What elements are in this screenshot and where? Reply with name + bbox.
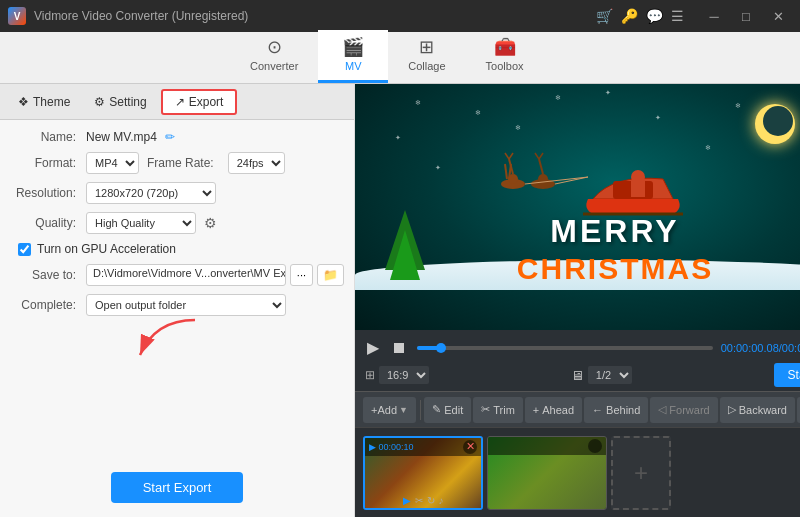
save-to-value: D:\Vidmore\Vidmore V...onverter\MV Expor… [93,267,286,279]
sleigh-svg [483,139,703,219]
ahead-button[interactable]: + Ahead [525,397,582,423]
clip-1-close[interactable]: ✕ [463,440,477,454]
menu-icon[interactable]: ☰ [671,8,684,24]
setting-button[interactable]: ⚙ Setting [84,91,156,113]
film-music-icon[interactable]: ♪ [439,495,444,506]
svg-line-9 [539,159,543,174]
ratio-select[interactable]: 16:9 4:3 1:1 [379,366,429,384]
titlebar: V Vidmore Video Converter (Unregistered)… [0,0,800,32]
forward-label: Forward [669,404,709,416]
clip-2-close[interactable] [588,439,602,453]
clip-1-time: ▶ 00:00:10 [369,442,414,452]
start-export-right-button[interactable]: Start Export [774,363,800,387]
trim-button[interactable]: ✂ Trim [473,397,523,423]
filmstrip-clip-2[interactable] [487,436,607,510]
filmstrip-clip-1[interactable]: ▶ 00:00:10 ✕ ▶ ✂ ↻ ♪ [363,436,483,510]
setting-label: Setting [109,95,146,109]
ahead-label: Ahead [542,404,574,416]
right-panel: ❄ ❄ ❄ ✦ ❄ ✦ ❄ ❄ ✦ ✦ [355,84,800,517]
minimize-button[interactable]: ─ [700,6,728,26]
cart-icon[interactable]: 🛒 [596,8,613,24]
app-title: Vidmore Video Converter (Unregistered) [34,9,596,23]
edit-button[interactable]: ✎ Edit [424,397,471,423]
snowflake: ❄ [555,94,561,102]
quality-gear-icon[interactable]: ⚙ [204,215,217,231]
snowflake: ✦ [435,164,441,172]
time-current: 00:00:00.08 [721,342,779,354]
collage-icon: ⊞ [419,36,434,58]
complete-label: Complete: [10,298,82,312]
backward-button[interactable]: ▷ Backward [720,397,795,423]
merry-text: MERRY [550,213,679,250]
save-to-row: Save to: D:\Vidmore\Vidmore V...onverter… [10,264,344,286]
film-cut-icon[interactable]: ✂ [415,495,423,506]
name-row: Name: New MV.mp4 ✏ [10,130,344,144]
quality-row: Quality: High Quality ⚙ [10,212,344,234]
stop-button[interactable]: ⏹ [389,337,409,359]
controls-row1: ▶ ⏹ 00:00:00.08/00:00:17.10 🔊 [365,336,800,359]
christmas-scene: ❄ ❄ ❄ ✦ ❄ ✦ ❄ ❄ ✦ ✦ [355,84,800,330]
header-icons: 🛒 🔑 💬 ☰ [596,8,684,24]
key-icon[interactable]: 🔑 [621,8,638,24]
play-button[interactable]: ▶ [365,336,381,359]
monitor-icon: 🖥 [571,368,584,383]
chat-icon[interactable]: 💬 [646,8,663,24]
resolution-select[interactable]: 1280x720 (720p) [86,182,216,204]
edit-icon[interactable]: ✏ [165,130,175,144]
snowflake: ✦ [605,89,611,97]
main-tabs: ⊙ Converter 🎬 MV ⊞ Collage 🧰 Toolbox [0,32,800,84]
tab-toolbox-label: Toolbox [486,60,524,72]
format-select[interactable]: MP4 [86,152,139,174]
video-controls: ▶ ⏹ 00:00:00.08/00:00:17.10 🔊 ⊞ 16:9 4:3 [355,330,800,391]
start-export-area: Start Export [0,462,354,517]
left-panel: ❖ Theme ⚙ Setting ↗ Export Name: New MV.… [0,84,355,517]
add-button[interactable]: + Add ▼ [363,397,416,423]
tab-converter[interactable]: ⊙ Converter [230,30,318,83]
tab-mv[interactable]: 🎬 MV [318,30,388,83]
add-clip-button[interactable]: + [611,436,671,510]
tab-collage[interactable]: ⊞ Collage [388,30,465,83]
page-select[interactable]: 1/2 [588,366,632,384]
film-play-icon[interactable]: ▶ [403,495,411,506]
complete-select[interactable]: Open output folder [86,294,286,316]
resolution-label: Resolution: [10,186,82,200]
clip-1-overlay: ▶ 00:00:10 ✕ [365,438,481,456]
tab-toolbox[interactable]: 🧰 Toolbox [466,30,544,83]
svg-line-6 [509,153,513,159]
edit-label: Edit [444,404,463,416]
gpu-checkbox[interactable] [18,243,31,256]
start-export-button[interactable]: Start Export [111,472,244,503]
frame-rate-label: Frame Rate: [147,156,220,170]
ratio-group: ⊞ 16:9 4:3 1:1 [365,366,429,384]
moon-decoration [755,104,795,144]
trim-label: Trim [493,404,515,416]
snowflake: ✦ [395,134,401,142]
close-button[interactable]: ✕ [764,6,792,26]
filmstrip: ▶ 00:00:10 ✕ ▶ ✂ ↻ ♪ + [355,427,800,517]
theme-button[interactable]: ❖ Theme [8,91,80,113]
path-browse-button[interactable]: ··· [290,264,313,286]
reindeer-group [483,139,703,219]
format-label: Format: [10,156,82,170]
forward-button[interactable]: ◁ Forward [650,397,717,423]
maximize-button[interactable]: □ [732,6,760,26]
quality-select[interactable]: High Quality [86,212,196,234]
preview-canvas: ❄ ❄ ❄ ✦ ❄ ✦ ❄ ❄ ✦ ✦ [355,84,800,330]
behind-label: Behind [606,404,640,416]
name-label: Name: [10,130,82,144]
behind-button[interactable]: ← Behind [584,397,648,423]
christmas-text: CHRISTMAS [517,252,713,286]
film-rotate-icon[interactable]: ↻ [427,495,435,506]
export-icon: ↗ [175,95,185,109]
theme-icon: ❖ [18,95,29,109]
export-button[interactable]: ↗ Export [161,89,238,115]
name-value: New MV.mp4 [86,130,157,144]
controls-row2: ⊞ 16:9 4:3 1:1 🖥 1/2 Start Export [365,363,800,387]
svg-line-1 [505,164,507,179]
frame-rate-select[interactable]: 24fps [228,152,285,174]
quality-label: Quality: [10,216,82,230]
path-folder-button[interactable]: 📁 [317,264,344,286]
gpu-label: Turn on GPU Acceleration [37,242,176,256]
progress-bar[interactable] [417,346,713,350]
format-row: Format: MP4 Frame Rate: 24fps [10,152,344,174]
